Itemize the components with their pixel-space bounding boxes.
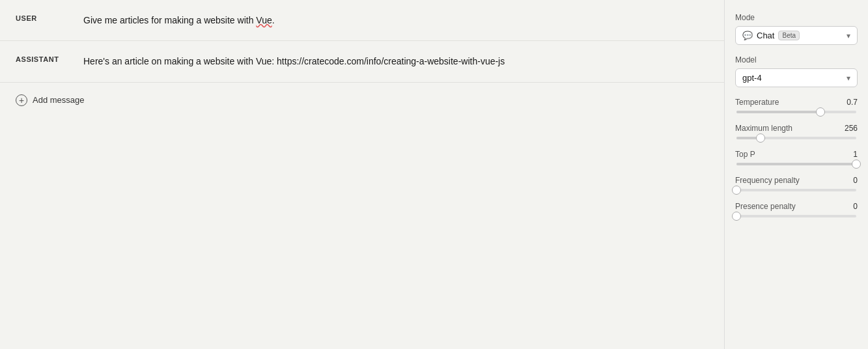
max-length-value: 256 bbox=[845, 124, 858, 133]
mode-dropdown[interactable]: 💬 Chat Beta ▾ bbox=[735, 26, 858, 45]
frequency-value: 0 bbox=[853, 176, 858, 185]
presence-label: Presence penalty bbox=[735, 202, 796, 211]
assistant-message-row: ASSISTANT Here's an article on making a … bbox=[0, 41, 724, 82]
add-message-button[interactable]: + Add message bbox=[0, 83, 724, 118]
temperature-slider-container bbox=[735, 111, 858, 113]
vue-text: Vue bbox=[256, 15, 272, 25]
presence-section: Presence penalty 0 bbox=[735, 202, 858, 217]
user-message-row: USER Give me articles for making a websi… bbox=[0, 0, 724, 41]
chat-bubble-icon: 💬 bbox=[742, 31, 753, 40]
max-length-slider-container bbox=[735, 137, 858, 139]
user-role-label: USER bbox=[16, 13, 68, 22]
frequency-label: Frequency penalty bbox=[735, 176, 800, 185]
presence-slider-container bbox=[735, 215, 858, 217]
add-circle-icon: + bbox=[16, 94, 27, 106]
top-p-label: Top P bbox=[735, 150, 755, 159]
temperature-slider-thumb[interactable] bbox=[816, 107, 825, 117]
temperature-value: 0.7 bbox=[847, 98, 858, 107]
model-label: Model bbox=[735, 55, 858, 64]
settings-sidebar: Mode 💬 Chat Beta ▾ Model gpt-4 ▾ Tempera… bbox=[725, 0, 868, 349]
frequency-slider-track bbox=[736, 189, 856, 191]
chevron-down-icon: ▾ bbox=[847, 31, 850, 40]
top-p-slider-track bbox=[736, 163, 856, 165]
presence-value: 0 bbox=[853, 202, 858, 211]
add-message-label: Add message bbox=[33, 95, 85, 105]
top-p-row: Top P 1 bbox=[735, 150, 858, 159]
temperature-section: Temperature 0.7 bbox=[735, 98, 858, 113]
model-chevron-icon: ▾ bbox=[847, 74, 850, 83]
mode-label: Mode bbox=[735, 13, 858, 22]
mode-value: Chat bbox=[757, 31, 774, 40]
max-length-section: Maximum length 256 bbox=[735, 124, 858, 139]
temperature-slider-fill bbox=[736, 111, 820, 113]
assistant-role-label: ASSISTANT bbox=[16, 54, 68, 63]
model-value: gpt-4 bbox=[742, 73, 762, 83]
temperature-slider-track bbox=[736, 111, 856, 113]
max-length-label: Maximum length bbox=[735, 124, 792, 133]
assistant-message-content: Here's an article on making a website wi… bbox=[83, 54, 708, 68]
max-length-slider-track bbox=[736, 137, 856, 139]
top-p-slider-container bbox=[735, 163, 858, 165]
top-p-slider-thumb[interactable] bbox=[852, 160, 861, 169]
model-section: Model gpt-4 ▾ bbox=[735, 55, 858, 87]
presence-slider-track bbox=[736, 215, 856, 217]
chat-main-area: USER Give me articles for making a websi… bbox=[0, 0, 725, 349]
presence-row: Presence penalty 0 bbox=[735, 202, 858, 211]
mode-section: Mode 💬 Chat Beta ▾ bbox=[735, 13, 858, 45]
frequency-row: Frequency penalty 0 bbox=[735, 176, 858, 185]
temperature-row: Temperature 0.7 bbox=[735, 98, 858, 107]
mode-dropdown-left: 💬 Chat Beta bbox=[742, 31, 800, 40]
max-length-row: Maximum length 256 bbox=[735, 124, 858, 133]
frequency-section: Frequency penalty 0 bbox=[735, 176, 858, 191]
frequency-slider-thumb[interactable] bbox=[732, 186, 741, 195]
frequency-slider-container bbox=[735, 189, 858, 191]
presence-slider-thumb[interactable] bbox=[732, 212, 741, 221]
beta-badge: Beta bbox=[778, 31, 800, 40]
max-length-slider-thumb[interactable] bbox=[756, 133, 765, 143]
top-p-value: 1 bbox=[853, 150, 858, 159]
model-dropdown[interactable]: gpt-4 ▾ bbox=[735, 68, 858, 87]
temperature-label: Temperature bbox=[735, 98, 779, 107]
top-p-slider-fill bbox=[736, 163, 856, 165]
top-p-section: Top P 1 bbox=[735, 150, 858, 165]
user-message-content: Give me articles for making a website wi… bbox=[83, 13, 708, 27]
